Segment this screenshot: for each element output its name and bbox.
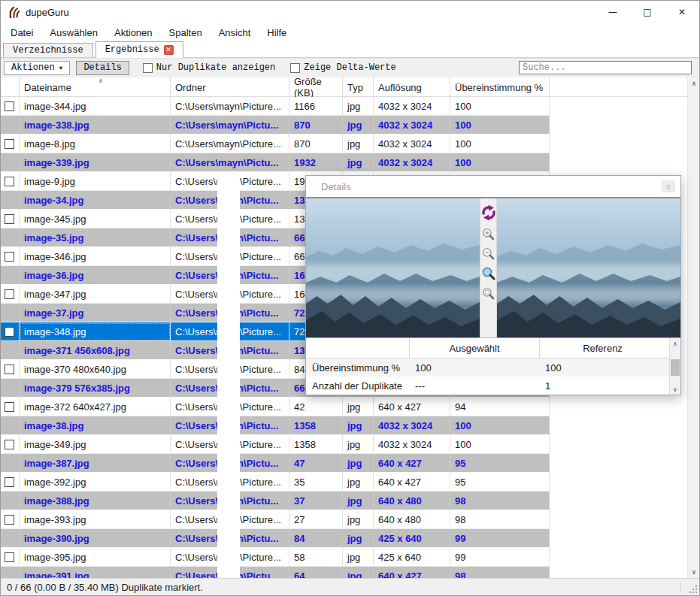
menu-datei[interactable]: Datei bbox=[2, 27, 41, 38]
cell-match-percent: 100 bbox=[450, 116, 550, 135]
tab-verzeichnisse[interactable]: Verzeichnisse bbox=[3, 43, 93, 57]
menu-aktionen[interactable]: Aktionen bbox=[106, 27, 161, 38]
details-dialog-titlebar[interactable]: Details x bbox=[306, 176, 680, 197]
row-checkbox[interactable] bbox=[5, 139, 14, 149]
row-checkbox[interactable] bbox=[5, 101, 14, 111]
table-row[interactable]: image-388.jpg C:\Users\mayn\Pictu... 37 … bbox=[1, 492, 550, 510]
resize-grip[interactable] bbox=[689, 585, 697, 593]
col-referenz: Referenz bbox=[539, 338, 665, 358]
row-checkbox-cell bbox=[1, 341, 20, 360]
menu-auswaehlen[interactable]: Auswählen bbox=[41, 27, 106, 38]
cell-resolution: 4032 x 3024 bbox=[374, 416, 450, 435]
cell-size-kb: 1932 bbox=[289, 153, 343, 172]
details-dialog: Details x bbox=[305, 175, 681, 395]
scroll-down-icon[interactable]: ∨ bbox=[688, 566, 699, 578]
menu-ansicht[interactable]: Ansicht bbox=[211, 27, 259, 38]
cell-size-kb: 870 bbox=[289, 116, 343, 135]
cell-filename: image-370 480x640.jpg bbox=[20, 360, 171, 379]
cell-size-kb: 58 bbox=[289, 548, 343, 567]
zoom-normal-size-icon[interactable] bbox=[482, 267, 495, 280]
cell-type: jpg bbox=[343, 548, 374, 567]
row-checkbox[interactable] bbox=[5, 552, 14, 562]
title-bar: dupeGuru — □ ✕ bbox=[1, 1, 699, 23]
dupes-only-checkbox[interactable] bbox=[143, 63, 153, 73]
row-checkbox[interactable] bbox=[5, 440, 14, 449]
table-row[interactable]: image-392.jpg C:\Users\mayn\Picture... 3… bbox=[1, 473, 550, 492]
cell-folder: C:\Users\mayn\Picture... bbox=[171, 135, 289, 153]
header-ordner[interactable]: Ordner bbox=[171, 77, 289, 97]
cell-filename: image-344.jpg bbox=[20, 97, 171, 116]
row-checkbox[interactable] bbox=[5, 402, 14, 412]
cell-filename: image-346.jpg bbox=[20, 247, 171, 266]
info-label: Übereinstimmung % bbox=[306, 362, 409, 374]
table-row[interactable]: image-393.jpg C:\Users\mayn\Picture... 2… bbox=[1, 510, 550, 529]
tab-ergebnisse[interactable]: Ergebnisse ✕ bbox=[95, 41, 183, 58]
minimize-button[interactable]: — bbox=[595, 1, 630, 23]
cell-filename: image-35.jpg bbox=[20, 228, 171, 247]
zoom-out-icon[interactable] bbox=[482, 247, 495, 260]
swap-images-icon[interactable] bbox=[480, 204, 497, 221]
scrollbar-thumb[interactable] bbox=[671, 359, 680, 376]
cell-match-percent: 100 bbox=[450, 435, 550, 454]
tab-close-icon[interactable]: ✕ bbox=[164, 45, 174, 55]
cell-folder: C:\Users\mayn\Pictu... bbox=[171, 116, 289, 135]
row-checkbox[interactable] bbox=[5, 252, 14, 262]
cell-size-kb: 870 bbox=[289, 135, 343, 153]
search-input[interactable] bbox=[519, 61, 692, 74]
scroll-up-icon[interactable]: ∧ bbox=[688, 77, 699, 89]
delta-values-checkbox[interactable] bbox=[290, 63, 300, 73]
cell-type: jpg bbox=[343, 135, 374, 153]
header-aufloesung[interactable]: Auflösung bbox=[374, 77, 450, 97]
table-row[interactable]: image-8.jpg C:\Users\mayn\Picture... 870… bbox=[1, 135, 550, 153]
row-checkbox-cell bbox=[1, 435, 20, 454]
cell-match-percent: 98 bbox=[450, 510, 550, 529]
table-row[interactable]: image-390.jpg C:\Users\mayn\Pictu... 84 … bbox=[1, 529, 550, 548]
actions-dropdown-button[interactable]: Aktionen ▼ bbox=[4, 61, 70, 75]
menu-spalten[interactable]: Spalten bbox=[161, 27, 211, 38]
row-checkbox-cell bbox=[1, 398, 20, 416]
menu-hilfe[interactable]: Hilfe bbox=[259, 27, 295, 38]
details-close-icon[interactable]: x bbox=[662, 180, 675, 192]
cell-type: jpg bbox=[343, 435, 374, 454]
maximize-button[interactable]: □ bbox=[630, 1, 665, 23]
cell-resolution: 4032 x 3024 bbox=[374, 116, 450, 135]
table-row[interactable]: image-344.jpg C:\Users\mayn\Picture... 1… bbox=[1, 97, 550, 116]
header-typ[interactable]: Typ bbox=[343, 77, 374, 97]
cell-resolution: 640 x 480 bbox=[374, 492, 450, 510]
info-selected-value: --- bbox=[409, 380, 539, 392]
cell-filename: image-345.jpg bbox=[20, 210, 171, 228]
table-row[interactable]: image-349.jpg C:\Users\mayn\Picture... 1… bbox=[1, 435, 550, 454]
cell-filename: image-37.jpg bbox=[20, 304, 171, 322]
row-checkbox[interactable] bbox=[5, 177, 14, 186]
table-row[interactable]: image-38.jpg C:\Users\mayn\Pictu... 1358… bbox=[1, 416, 550, 435]
cell-match-percent: 100 bbox=[450, 97, 550, 116]
row-checkbox[interactable] bbox=[5, 214, 14, 224]
table-row[interactable]: image-338.jpg C:\Users\mayn\Pictu... 870… bbox=[1, 116, 550, 135]
row-checkbox[interactable] bbox=[5, 477, 14, 487]
zoom-best-fit-icon[interactable] bbox=[482, 287, 495, 300]
header-groesse[interactable]: Größe (KB) bbox=[289, 77, 343, 97]
header-dateiname[interactable]: Dateiname bbox=[20, 77, 171, 97]
table-row[interactable]: image-387.jpg C:\Users\mayn\Pictu... 47 … bbox=[1, 454, 550, 473]
row-checkbox-cell bbox=[1, 454, 20, 473]
table-scrollbar[interactable]: ∧ ∨ bbox=[687, 77, 699, 578]
header-uebereinstimmung[interactable]: Übereinstimmung % bbox=[450, 77, 550, 97]
row-checkbox[interactable] bbox=[5, 515, 14, 525]
details-info-scrollbar[interactable]: ∧ ∨ bbox=[669, 338, 680, 395]
row-checkbox-cell bbox=[1, 529, 20, 548]
table-row[interactable]: image-391.jpg C:\Users\mayn\Pictu... 64 … bbox=[1, 567, 550, 578]
cell-match-percent: 100 bbox=[450, 153, 550, 172]
zoom-in-icon[interactable] bbox=[482, 228, 495, 241]
table-row[interactable]: image-339.jpg C:\Users\mayn\Pictu... 193… bbox=[1, 153, 550, 172]
details-button[interactable]: Details bbox=[76, 61, 129, 75]
scroll-down-icon[interactable]: ∨ bbox=[670, 384, 680, 395]
row-checkbox[interactable] bbox=[5, 365, 14, 374]
table-row[interactable]: image-372 640x427.jpg C:\Users\mayn\Pict… bbox=[1, 398, 550, 416]
row-checkbox[interactable] bbox=[5, 289, 14, 299]
close-button[interactable]: ✕ bbox=[665, 1, 699, 23]
row-checkbox[interactable] bbox=[5, 327, 14, 337]
scroll-up-icon[interactable]: ∧ bbox=[670, 338, 680, 349]
table-row[interactable]: image-395.jpg C:\Users\mayn\Picture... 5… bbox=[1, 548, 550, 567]
cell-resolution: 4032 x 3024 bbox=[374, 153, 450, 172]
cell-filename: image-388.jpg bbox=[20, 492, 171, 510]
